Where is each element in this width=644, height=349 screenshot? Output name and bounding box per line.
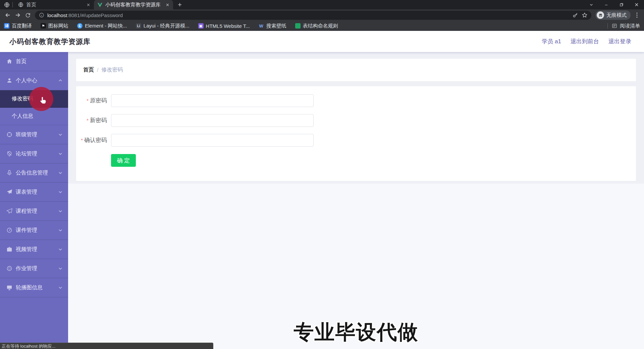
info-icon[interactable] bbox=[39, 12, 44, 18]
exit-to-front-link[interactable]: 退出到前台 bbox=[571, 38, 599, 45]
bookmark-star-icon[interactable] bbox=[580, 11, 589, 20]
password-key-icon[interactable] bbox=[571, 11, 580, 20]
sidebar-item-personal-info[interactable]: 个人信息 bbox=[0, 108, 68, 125]
class-icon bbox=[6, 131, 13, 138]
reload-icon[interactable] bbox=[23, 10, 33, 20]
sidebar-item-course-management[interactable]: 课程管理 bbox=[0, 202, 68, 221]
url-host: localhost bbox=[47, 12, 67, 18]
header-links: 学员 a1 退出到前台 退出登录 bbox=[542, 31, 631, 52]
baidu-translate-icon: 译 bbox=[4, 23, 9, 29]
sidebar-item-class-management[interactable]: 班级管理 bbox=[0, 125, 68, 144]
tab-title: 首页 bbox=[26, 2, 83, 8]
close-window-icon[interactable] bbox=[629, 0, 644, 9]
sidebar-item-carousel-info[interactable]: 轮播图信息 bbox=[0, 278, 68, 297]
odometer-icon bbox=[6, 227, 13, 234]
new-tab-button[interactable] bbox=[175, 0, 184, 9]
forum-icon bbox=[6, 150, 13, 157]
bookmark-element[interactable]: E Element - 网站快... bbox=[77, 23, 127, 29]
browser-menu-icon[interactable] bbox=[633, 10, 641, 20]
element-icon: E bbox=[77, 23, 83, 29]
sidebar-item-announcement-management[interactable]: 公告信息管理 bbox=[0, 163, 68, 183]
breadcrumb-home-link[interactable]: 首页 bbox=[83, 66, 94, 73]
close-icon[interactable] bbox=[164, 2, 170, 8]
breadcrumb-separator: / bbox=[97, 67, 98, 73]
bookmark-layui[interactable]: Li Layui - 经典开源模... bbox=[136, 23, 190, 29]
monitor-icon bbox=[6, 284, 13, 291]
globe-icon bbox=[4, 2, 10, 8]
sidebar-item-timetable-management[interactable]: 课表管理 bbox=[0, 183, 68, 202]
user-icon bbox=[6, 77, 13, 84]
close-icon[interactable] bbox=[85, 2, 91, 8]
breadcrumb-current: 修改密码 bbox=[101, 66, 123, 73]
sidebar-item-video-management[interactable]: 视频管理 bbox=[0, 240, 68, 259]
required-mark: * bbox=[87, 98, 89, 103]
briefcase-icon bbox=[6, 246, 13, 253]
tab-divider bbox=[12, 2, 13, 7]
bookmark-html5-template[interactable]: ▣ HTML5 Website T... bbox=[198, 23, 250, 29]
bookmark-label: Element - 网站快... bbox=[85, 23, 127, 29]
target-icon bbox=[6, 265, 13, 272]
tab-home[interactable]: 首页 bbox=[15, 0, 94, 9]
tab-search-chevron-icon[interactable] bbox=[584, 0, 599, 9]
bookmark-label: Layui - 经典开源模... bbox=[144, 23, 190, 29]
bookmark-table-naming[interactable]: 表结构命名规则 bbox=[295, 23, 338, 29]
pinned-tab-zone bbox=[0, 0, 10, 9]
forward-icon[interactable] bbox=[13, 10, 23, 20]
tab-resource-library[interactable]: 小码创客教育教学资源库 bbox=[94, 0, 173, 9]
chevron-down-icon bbox=[58, 151, 63, 156]
confirm-password-input[interactable] bbox=[111, 134, 314, 147]
bookmark-label: 表结构命名规则 bbox=[303, 23, 338, 29]
sidebar-item-courseware-management[interactable]: 课件管理 bbox=[0, 221, 68, 240]
layui-icon: Li bbox=[136, 23, 141, 29]
required-mark: * bbox=[87, 117, 89, 123]
bookmark-wallpaper-search[interactable]: W 搜索壁纸 bbox=[259, 23, 286, 29]
paper-plane-icon bbox=[6, 189, 13, 195]
chevron-up-icon bbox=[58, 78, 63, 83]
new-password-input[interactable] bbox=[111, 114, 314, 127]
chevron-down-icon bbox=[58, 170, 63, 175]
wallpaper-icon: W bbox=[259, 23, 264, 29]
confirm-button[interactable]: 确 定 bbox=[111, 154, 136, 167]
page-title: 小码创客教育教学资源库 bbox=[9, 31, 91, 52]
bookmark-label: HTML5 Website T... bbox=[206, 23, 250, 29]
breadcrumb: 首页 / 修改密码 bbox=[83, 59, 123, 81]
browser-toolbar: localhost:8081/#/updatePassword 无痕模式 bbox=[0, 9, 644, 21]
table-naming-icon bbox=[295, 23, 301, 29]
window-controls bbox=[584, 0, 644, 9]
chevron-down-icon bbox=[58, 190, 63, 194]
minimize-icon[interactable] bbox=[599, 0, 614, 9]
vue-icon bbox=[97, 2, 103, 7]
breadcrumb-card: 首页 / 修改密码 bbox=[76, 59, 636, 81]
chevron-down-icon bbox=[58, 228, 63, 233]
sidebar-item-homework-management[interactable]: 作业管理 bbox=[0, 259, 68, 278]
required-mark: * bbox=[81, 137, 83, 143]
bookmark-baidu-translate[interactable]: 译 百度翻译 bbox=[4, 23, 32, 29]
paper-plane-outline-icon bbox=[6, 208, 13, 214]
reading-list-icon bbox=[612, 23, 617, 29]
bookmarks-divider bbox=[607, 23, 608, 29]
restore-icon[interactable] bbox=[614, 0, 629, 9]
old-password-input[interactable] bbox=[111, 94, 314, 107]
html5-template-icon: ▣ bbox=[198, 23, 204, 29]
main-content: 首页 / 修改密码 *原密码 *新密码 *确认密码 确 定 专业毕设代做 bbox=[68, 52, 644, 349]
logout-link[interactable]: 退出登录 bbox=[608, 38, 631, 45]
chevron-down-icon bbox=[58, 209, 63, 213]
sidebar-item-personal-center[interactable]: 个人中心 bbox=[0, 71, 68, 90]
bookmark-label: 图标网站 bbox=[48, 23, 68, 29]
back-icon[interactable] bbox=[3, 10, 13, 20]
home-icon bbox=[6, 58, 13, 65]
url-bar[interactable]: localhost:8081/#/updatePassword bbox=[35, 11, 591, 20]
reading-list-label: 阅读清单 bbox=[620, 23, 640, 29]
incognito-badge[interactable]: 无痕模式 bbox=[595, 10, 631, 20]
chevron-down-icon bbox=[58, 132, 63, 137]
reading-list-zone[interactable]: 阅读清单 bbox=[607, 23, 640, 29]
flag-icon: ⚑ bbox=[41, 23, 46, 29]
sidebar-item-home[interactable]: 首页 bbox=[0, 52, 68, 71]
incognito-label: 无痕模式 bbox=[606, 12, 627, 18]
sidebar-item-forum-management[interactable]: 论坛管理 bbox=[0, 144, 68, 163]
bookmark-label: 百度翻译 bbox=[12, 23, 32, 29]
bookmark-label: 搜索壁纸 bbox=[266, 23, 286, 29]
bookmarks-bar: 译 百度翻译 ⚑ 图标网站 E Element - 网站快... Li Layu… bbox=[0, 21, 644, 31]
sidebar-item-change-password[interactable]: 修改密码 bbox=[0, 90, 68, 108]
bookmark-icon-site[interactable]: ⚑ 图标网站 bbox=[41, 23, 68, 29]
